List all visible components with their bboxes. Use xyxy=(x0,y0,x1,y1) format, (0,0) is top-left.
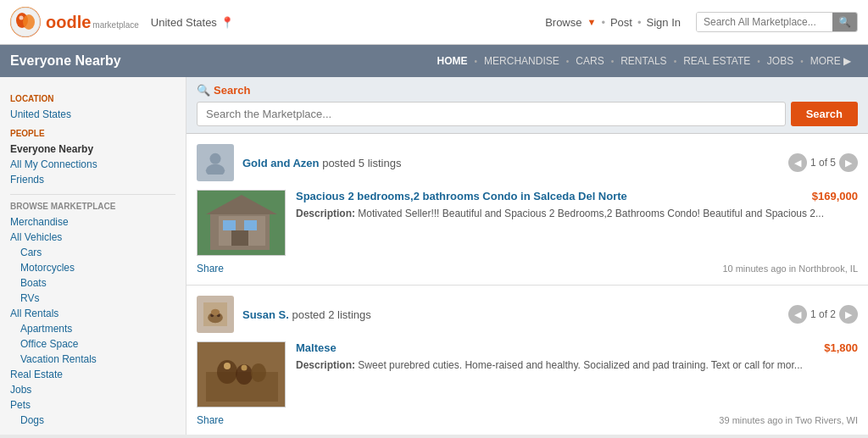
sidebar-apartments[interactable]: Apartments xyxy=(10,321,175,336)
logo-icon xyxy=(10,7,41,37)
location-label: LOCATION xyxy=(10,94,175,103)
svg-rect-10 xyxy=(244,220,257,230)
sidebar-friends[interactable]: Friends xyxy=(10,172,175,187)
sidebar-real-estate[interactable]: Real Estate xyxy=(10,367,175,382)
next-page-btn-2[interactable]: ▶ xyxy=(839,305,858,324)
listing-title-1[interactable]: Spacious 2 bedrooms,2 bathrooms Condo in… xyxy=(296,190,627,202)
listing-card-1: Gold and Azen posted 5 listings ◀ 1 of 5… xyxy=(186,134,868,286)
header-search-input[interactable] xyxy=(697,13,832,31)
search-button[interactable]: Search xyxy=(791,102,858,126)
svg-rect-11 xyxy=(231,230,248,246)
sidebar-vacation-rentals[interactable]: Vacation Rentals xyxy=(10,352,175,367)
top-nav: HOME • MERCHANDISE • CARS • RENTALS • RE… xyxy=(431,47,858,75)
sidebar: LOCATION United States PEOPLE Everyone N… xyxy=(0,77,186,435)
logo-area: oodle marketplace xyxy=(10,7,139,37)
nav-signin[interactable]: Sign In xyxy=(647,16,681,29)
listing-details-2: Maltese $1,800 Description: Sweet purebr… xyxy=(296,341,858,408)
listing-card-2: Susan S. posted 2 listings ◀ 1 of 2 ▶ xyxy=(186,286,868,435)
sidebar-pets[interactable]: Pets xyxy=(10,397,175,413)
listing-desc-1: Description: Motivated Seller!!! Beautif… xyxy=(296,206,858,221)
header-search-button[interactable]: 🔍 xyxy=(832,13,857,31)
search-panel: 🔍 Search Search xyxy=(186,77,868,134)
listing-price-2: $1,800 xyxy=(824,341,858,354)
page-info-2: 1 of 2 xyxy=(810,308,836,320)
nav-browse[interactable]: Browse xyxy=(545,16,581,29)
search-form: Search xyxy=(197,102,858,126)
sidebar-office-space[interactable]: Office Space xyxy=(10,336,175,352)
logo-sub: marketplace xyxy=(92,20,138,30)
header: oodle marketplace United States 📍 Browse… xyxy=(0,0,868,45)
sidebar-all-connections[interactable]: All My Connections xyxy=(10,157,175,172)
sidebar-all-rentals[interactable]: All Rentals xyxy=(10,306,175,321)
svg-point-4 xyxy=(209,153,220,164)
pin-icon: 📍 xyxy=(220,16,234,29)
nav-item-more[interactable]: MORE ▶ xyxy=(804,47,858,75)
header-search-box: 🔍 xyxy=(696,12,858,32)
share-link-2[interactable]: Share xyxy=(197,414,224,426)
share-link-1[interactable]: Share xyxy=(197,263,224,274)
svg-point-22 xyxy=(251,363,266,382)
listing-title-2[interactable]: Maltese xyxy=(296,341,337,354)
location-text: United States xyxy=(151,16,217,29)
listing-details-1: Spacious 2 bedrooms,2 bathrooms Condo in… xyxy=(296,190,858,256)
svg-point-23 xyxy=(224,363,231,369)
logo-text-group: oodle marketplace xyxy=(46,13,139,32)
header-nav: Browse ▼ • Post • Sign In 🔍 xyxy=(545,12,858,32)
user-avatar-1 xyxy=(197,144,234,181)
nav-item-rentals[interactable]: RENTALS xyxy=(614,47,673,75)
listing-price-1: $169,000 xyxy=(812,190,858,202)
content-area: 🔍 Search Search Gold and Azen xyxy=(186,77,868,435)
search-label: 🔍 Search xyxy=(197,84,858,97)
logo-text: oodle xyxy=(46,13,91,32)
sidebar-location-link[interactable]: United States xyxy=(10,107,175,122)
sidebar-people-current[interactable]: Everyone Nearby xyxy=(10,141,175,157)
sidebar-dogs[interactable]: Dogs xyxy=(10,413,175,428)
svg-point-5 xyxy=(206,164,225,175)
listing-pagination-1: ◀ 1 of 5 ▶ xyxy=(788,153,858,172)
listing-username-1[interactable]: Gold and Azen xyxy=(242,157,320,169)
sidebar-jobs[interactable]: Jobs xyxy=(10,382,175,397)
nav-item-cars[interactable]: CARS xyxy=(569,47,610,75)
nav-dot-2: • xyxy=(637,16,642,29)
listing-action-text-2: posted 2 listings xyxy=(292,308,371,321)
listing-thumb-2 xyxy=(197,341,286,408)
user-avatar-2 xyxy=(197,296,234,333)
sidebar-boats[interactable]: Boats xyxy=(10,275,175,291)
sidebar-cars[interactable]: Cars xyxy=(10,245,175,260)
svg-rect-9 xyxy=(223,220,236,230)
people-label: PEOPLE xyxy=(10,129,175,138)
page-title: Everyone Nearby xyxy=(10,45,431,77)
nav-item-merchandise[interactable]: MERCHANDISE xyxy=(477,47,566,75)
nav-post[interactable]: Post xyxy=(610,16,632,29)
svg-point-3 xyxy=(19,16,24,20)
svg-point-17 xyxy=(211,309,220,316)
prev-page-btn-1[interactable]: ◀ xyxy=(788,153,807,172)
nav-item-jobs[interactable]: JOBS xyxy=(760,47,800,75)
listing-username-2[interactable]: Susan S. xyxy=(242,308,289,321)
listing-body-2: Maltese $1,800 Description: Sweet purebr… xyxy=(197,341,858,408)
svg-point-24 xyxy=(242,365,248,371)
listing-user-info-2: Susan S. posted 2 listings xyxy=(242,308,788,321)
sidebar-motorcycles[interactable]: Motorcycles xyxy=(10,260,175,275)
header-location[interactable]: United States 📍 xyxy=(151,16,234,29)
listing-thumb-1 xyxy=(197,190,286,256)
listing-footer-1: Share 10 minutes ago in Northbrook, IL xyxy=(197,263,858,274)
nav-item-home[interactable]: HOME xyxy=(431,47,475,75)
sidebar-rvs[interactable]: RVs xyxy=(10,291,175,306)
next-page-btn-1[interactable]: ▶ xyxy=(839,153,858,172)
listing-action-text-1: posted 5 listings xyxy=(322,157,401,169)
page-info-1: 1 of 5 xyxy=(810,157,836,169)
listing-time-2: 39 minutes ago in Two Rivers, WI xyxy=(719,415,858,425)
sidebar-all-vehicles[interactable]: All Vehicles xyxy=(10,230,175,245)
nav-bar: Everyone Nearby HOME • MERCHANDISE • CAR… xyxy=(0,45,868,77)
search-input[interactable] xyxy=(197,102,786,126)
sidebar-merchandise[interactable]: Merchandise xyxy=(10,214,175,230)
nav-item-realestate[interactable]: REAL ESTATE xyxy=(676,47,757,75)
listing-footer-2: Share 39 minutes ago in Two Rivers, WI xyxy=(197,414,858,426)
listing-time-1: 10 minutes ago in Northbrook, IL xyxy=(722,263,858,274)
nav-dot-1: • xyxy=(601,16,605,29)
listing-pagination-2: ◀ 1 of 2 ▶ xyxy=(788,305,858,324)
prev-page-btn-2[interactable]: ◀ xyxy=(788,305,807,324)
search-icon: 🔍 xyxy=(197,84,210,97)
main-layout: LOCATION United States PEOPLE Everyone N… xyxy=(0,77,868,435)
